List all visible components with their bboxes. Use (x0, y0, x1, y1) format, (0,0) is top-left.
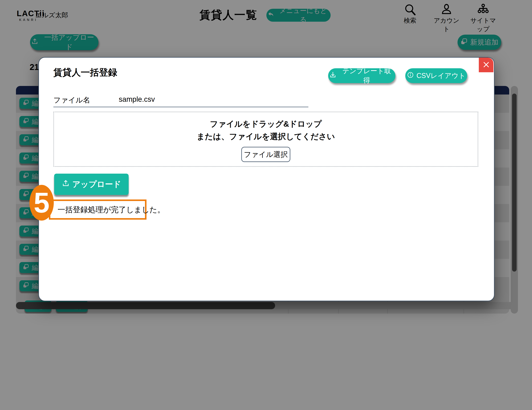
upload-button[interactable]: アップロード (54, 174, 129, 195)
bulk-register-modal: 賃貸人一括登録 テンプレート取得 CSVレイアウト (38, 57, 494, 301)
modal-title: 賃貸人一括登録 (53, 66, 117, 78)
file-name-label: ファイル名 (53, 95, 90, 105)
file-dropzone[interactable]: ファイルをドラッグ&ドロップ または、ファイルを選択してください ファイル選択 (53, 112, 478, 167)
file-name-value: sample.csv (119, 95, 155, 103)
upload-button-label: アップロード (72, 179, 121, 190)
modal-close-button[interactable] (479, 58, 494, 72)
app-canvas: LACTii KANRI エルズ太郎 賃貸人一覧 メニューにもどる 検索 アカウ… (0, 0, 532, 410)
file-select-label: ファイル選択 (244, 150, 288, 159)
close-icon (482, 61, 490, 69)
template-download-label: テンプレート取得 (339, 66, 394, 85)
file-select-button[interactable]: ファイル選択 (241, 147, 290, 162)
info-icon (407, 71, 414, 80)
upload-icon (62, 179, 70, 189)
file-name-underline (53, 107, 308, 107)
result-message-text: 一括登録処理が完了しました。 (50, 205, 165, 215)
dropzone-text-line2: または、ファイルを選択してください (54, 131, 478, 142)
csv-layout-button[interactable]: CSVレイアウト (405, 68, 467, 83)
template-download-button[interactable]: テンプレート取得 (328, 68, 395, 83)
step-number: 5 (34, 188, 49, 217)
dropzone-text-line1: ファイルをドラッグ&ドロップ (54, 119, 478, 129)
csv-layout-label: CSVレイアウト (417, 71, 466, 80)
step-annotation-badge: 5 (29, 185, 54, 221)
result-message-box: 一括登録処理が完了しました。 (49, 199, 146, 220)
download-icon (329, 71, 336, 80)
